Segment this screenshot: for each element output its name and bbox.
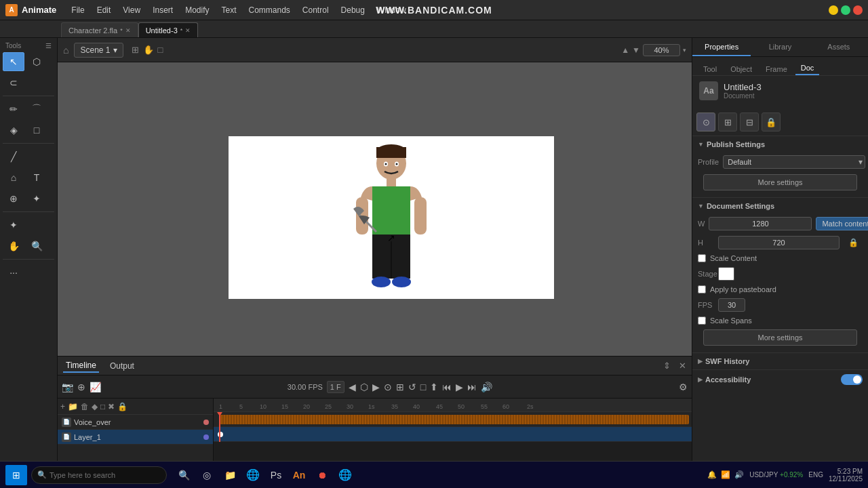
panel-tab-properties[interactable]: Properties — [692, 38, 751, 56]
hand-tool[interactable]: ✋ — [3, 237, 24, 256]
tab-character2[interactable]: Character 2.fla* ✕ — [61, 22, 138, 37]
paint-bucket-tool[interactable]: ◈ — [3, 121, 24, 140]
pencil-tool[interactable]: ✏ — [3, 100, 24, 119]
menu-text[interactable]: Text — [216, 4, 241, 16]
add-folder-icon[interactable]: 📁 — [68, 402, 78, 411]
align-icon-btn[interactable]: ⊟ — [740, 113, 759, 131]
menu-control[interactable]: Control — [297, 4, 334, 16]
brush-tool[interactable]: ⌒ — [26, 100, 47, 119]
menu-file[interactable]: File — [66, 4, 90, 16]
fps-input[interactable] — [718, 298, 745, 312]
apply-pasteboard-checkbox[interactable] — [698, 285, 706, 293]
volume-icon[interactable]: 🔊 — [481, 382, 492, 392]
eraser-tool[interactable]: ✦ — [3, 216, 24, 235]
add-keyframe-btn[interactable]: ⬡ — [360, 382, 368, 392]
aspect-lock-icon[interactable]: 🔒 — [844, 238, 863, 247]
play-btn[interactable]: ▶ — [456, 382, 463, 392]
rotate-icon[interactable]: □ — [158, 45, 163, 55]
playhead[interactable] — [219, 412, 220, 442]
menu-modify[interactable]: Modify — [180, 4, 214, 16]
start-button[interactable]: ⊞ — [5, 465, 27, 485]
taskbar-chrome2-icon[interactable]: 🌐 — [335, 465, 355, 485]
add-layer-btn[interactable]: ⊕ — [77, 382, 85, 392]
brush2-tool[interactable]: ⌂ — [3, 168, 24, 187]
zoom-input[interactable] — [643, 44, 680, 56]
menu-commands[interactable]: Commands — [243, 4, 296, 16]
search-bar[interactable]: 🔍 — [31, 466, 167, 484]
onion-skin-btn[interactable]: ⊙ — [384, 382, 392, 392]
rectangle-tool[interactable]: □ — [26, 121, 47, 140]
prev-btn[interactable]: ⏮ — [442, 382, 452, 392]
scale-content-checkbox[interactable] — [698, 254, 706, 262]
frame-subtab[interactable]: Frame — [760, 63, 793, 75]
layer-voice-over[interactable]: 📄 Voice_over — [58, 415, 213, 430]
taskbar-animate-icon[interactable]: An — [289, 465, 309, 485]
taskbar-photoshop-icon[interactable]: Ps — [266, 465, 286, 485]
close-button[interactable] — [853, 5, 863, 15]
home-icon[interactable]: ⌂ — [63, 45, 68, 56]
multi-frame-btn[interactable]: ⊞ — [396, 382, 404, 392]
more-settings-button[interactable]: More settings — [703, 174, 857, 190]
more-settings2-button[interactable]: More settings — [703, 329, 857, 346]
next-btn[interactable]: ⏭ — [467, 382, 477, 392]
camera-btn[interactable]: 📷 — [62, 382, 73, 392]
zoom-tool[interactable]: 🔍 — [26, 237, 47, 256]
layer-layer1[interactable]: 📄 Layer_1 — [58, 430, 213, 445]
scene-selector[interactable]: Scene 1 ▾ — [74, 43, 123, 58]
menu-view[interactable]: View — [117, 4, 146, 16]
snap-icon-btn[interactable]: ⊙ — [696, 113, 715, 131]
taskbar-cortana-icon[interactable]: ◎ — [197, 465, 217, 485]
tab-close-untitled3[interactable]: ✕ — [185, 27, 191, 34]
subselection-tool[interactable]: ⬡ — [26, 52, 47, 71]
accessibility-toggle[interactable] — [841, 374, 863, 385]
lock-icon[interactable]: 🔒 — [117, 402, 127, 411]
panel-tab-assets[interactable]: Assets — [810, 38, 868, 56]
transform-icon-btn[interactable]: ⊞ — [718, 113, 737, 131]
menu-edit[interactable]: Edit — [92, 4, 117, 16]
object-subtab[interactable]: Object — [725, 63, 757, 75]
doc-settings-header[interactable]: ▼ Document Settings — [692, 197, 868, 214]
timeline-collapse-icon[interactable]: ⇕ — [663, 361, 671, 371]
timeline-close-icon[interactable]: ✕ — [679, 361, 686, 371]
keyframe-icon[interactable]: ◆ — [92, 402, 98, 411]
prev-frame-btn[interactable]: ◀ — [349, 382, 356, 392]
accessibility-header[interactable]: ▶ Accessibility — [692, 369, 868, 389]
loop-btn[interactable]: ↺ — [408, 382, 416, 392]
width-input[interactable] — [709, 217, 812, 230]
taskbar-files-icon[interactable]: 📁 — [220, 465, 240, 485]
match-contents-button[interactable]: Match contents — [816, 217, 868, 230]
eyedropper-tool[interactable]: ✦ — [26, 189, 47, 208]
scale-spans-checkbox[interactable] — [698, 317, 706, 325]
lasso-tool[interactable]: ⊂ — [3, 73, 24, 92]
zoom-decrease-icon[interactable]: ▲ — [621, 45, 629, 55]
remove-frame-icon[interactable]: ✖ — [108, 402, 115, 411]
line-tool[interactable]: ╱ — [3, 147, 24, 166]
blank-frame-icon[interactable]: □ — [100, 402, 105, 411]
tab-untitled3[interactable]: Untitled-3* ✕ — [138, 22, 199, 37]
search-input[interactable] — [50, 471, 161, 479]
selection-tool[interactable]: ↖ — [3, 52, 24, 71]
capture-btn[interactable]: □ — [420, 382, 426, 392]
taskbar-search-icon[interactable]: 🔍 — [174, 465, 194, 485]
minimize-button[interactable] — [829, 5, 838, 15]
taskbar-chrome1-icon[interactable]: 🌐 — [243, 465, 263, 485]
notification-icon[interactable]: 🔔 — [707, 470, 717, 479]
graph-btn[interactable]: 📈 — [90, 382, 101, 392]
export-btn[interactable]: ⬆ — [430, 382, 438, 392]
lock-icon-btn[interactable]: 🔒 — [762, 113, 781, 131]
fill-transform-tool[interactable]: ⊕ — [3, 189, 24, 208]
zoom-chevron[interactable]: ▾ — [683, 47, 686, 54]
add-layer-icon[interactable]: + — [60, 402, 65, 411]
wifi-icon[interactable]: 📶 — [721, 470, 730, 479]
panel-tab-library[interactable]: Library — [751, 38, 809, 56]
publish-settings-header[interactable]: ▼ Publish Settings — [692, 136, 868, 152]
taskbar-record-icon[interactable]: ⏺ — [312, 465, 332, 485]
maximize-button[interactable] — [841, 5, 850, 15]
delete-layer-icon[interactable]: 🗑 — [81, 402, 89, 411]
tab-close-character2[interactable]: ✕ — [125, 27, 131, 34]
profile-select[interactable]: Default — [723, 155, 865, 169]
swf-history-header[interactable]: ▶ SWF History — [692, 352, 868, 369]
tool-subtab[interactable]: Tool — [698, 63, 722, 75]
fit-icon[interactable]: ⊞ — [132, 45, 139, 55]
timeline-tab[interactable]: Timeline — [63, 359, 99, 373]
